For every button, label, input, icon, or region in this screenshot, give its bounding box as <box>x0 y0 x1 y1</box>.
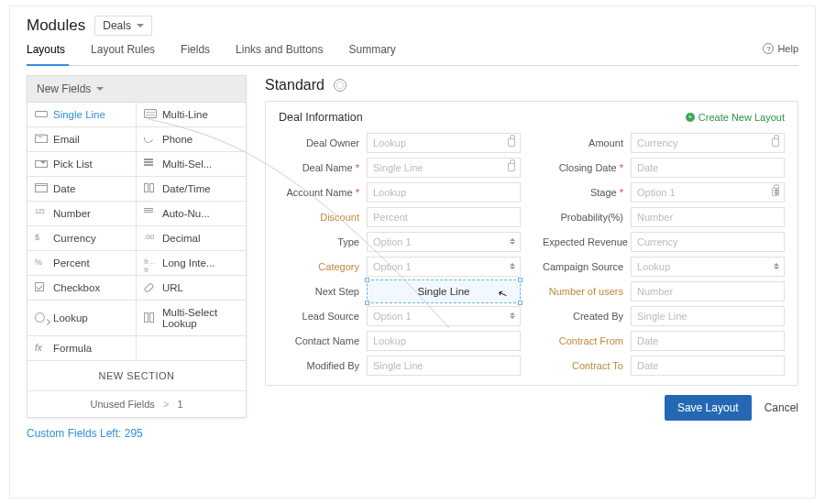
datetime-icon <box>144 183 157 194</box>
field-input[interactable]: Single Line <box>367 158 521 178</box>
palette-item-label: Decimal <box>162 233 201 244</box>
field-row: TypeOption 1 <box>279 231 521 253</box>
palette-decimal[interactable]: .00Decimal <box>137 226 246 251</box>
save-button[interactable]: Save Layout <box>665 395 752 421</box>
dropdown-icon <box>510 263 515 269</box>
create-layout-link[interactable]: + Create New Layout <box>686 112 785 123</box>
lock-icon <box>772 138 779 147</box>
picklist-icon <box>35 159 48 170</box>
create-layout-label: Create New Layout <box>698 112 785 123</box>
palette-item-label: URL <box>162 282 183 293</box>
field-label: Lead Source <box>279 311 367 322</box>
palette-item-label: Percent <box>53 257 90 268</box>
field-row: DiscountPercent <box>279 206 521 228</box>
palette-header[interactable]: New Fields <box>28 76 246 103</box>
field-label: Deal Owner <box>279 137 367 148</box>
palette-percent[interactable]: %Percent <box>28 251 137 276</box>
palette-email[interactable]: Email <box>28 127 137 152</box>
tab-layout-rules[interactable]: Layout Rules <box>91 43 155 60</box>
palette-multi-line[interactable]: Multi-Line <box>137 103 246 127</box>
field-input[interactable]: Option 1 <box>631 182 785 203</box>
palette-multi-sel-[interactable]: Multi-Sel... <box>137 152 246 177</box>
field-input[interactable]: Currency <box>631 133 785 153</box>
field-label: Stage <box>543 187 631 198</box>
cursor-icon: ↖ <box>496 287 509 302</box>
palette-pick-list[interactable]: Pick List <box>28 152 137 177</box>
percent-icon: % <box>35 257 48 268</box>
multi-line-icon <box>144 109 157 120</box>
field-row: Deal NameSingle Line <box>279 157 521 179</box>
palette-item-label: Pick List <box>53 159 93 170</box>
new-section-button[interactable]: NEW SECTION <box>28 361 246 391</box>
field-label: Deal Name <box>279 162 367 173</box>
field-input[interactable]: Lookup <box>367 133 521 153</box>
field-input[interactable]: Option 1 <box>367 306 521 326</box>
palette-empty <box>137 336 246 361</box>
gear-icon[interactable] <box>334 79 346 92</box>
module-selector[interactable]: Deals <box>94 16 152 36</box>
field-row: Contact NameLookup <box>279 330 521 352</box>
module-name: Deals <box>103 19 131 32</box>
drop-target[interactable]: Single Line↖ <box>367 279 521 303</box>
field-input[interactable]: Date <box>631 331 785 351</box>
field-input[interactable]: Currency <box>631 232 785 252</box>
palette-date[interactable]: Date <box>28 177 137 202</box>
palette-currency[interactable]: $Currency <box>28 226 137 251</box>
plus-icon: + <box>686 113 695 122</box>
palette-number[interactable]: 123Number <box>28 202 137 226</box>
field-input[interactable]: Single Line <box>367 356 521 376</box>
field-input[interactable]: Percent <box>367 207 521 227</box>
field-input[interactable]: Lookup <box>367 331 521 351</box>
field-row: Account NameLookup <box>279 181 521 203</box>
tabs: LayoutsLayout RulesFieldsLinks and Butto… <box>27 43 798 66</box>
field-row: Closing DateDate <box>543 157 785 179</box>
tab-layouts[interactable]: Layouts <box>27 43 65 60</box>
palette-date-time[interactable]: Date/Time <box>137 177 246 202</box>
palette-auto-nu-[interactable]: Auto-Nu... <box>137 202 246 226</box>
single-line-icon <box>35 109 48 120</box>
palette-multi-select-lookup[interactable]: Multi-Select Lookup <box>137 301 246 336</box>
unused-fields-button[interactable]: Unused Fields > 1 <box>28 391 246 417</box>
field-label: Expected Revenue <box>543 236 631 247</box>
formula-icon: fx <box>35 343 48 354</box>
field-input[interactable]: Date <box>631 356 785 376</box>
phone-icon <box>144 134 157 145</box>
field-row: AmountCurrency <box>543 132 785 154</box>
number-icon: 123 <box>35 208 48 219</box>
field-input[interactable]: Single Line <box>631 306 785 326</box>
unused-label: Unused Fields <box>90 399 154 410</box>
field-label: Type <box>279 236 367 247</box>
palette-url[interactable]: URL <box>137 276 246 301</box>
palette-formula[interactable]: fxFormula <box>28 336 137 361</box>
email-icon <box>35 134 48 145</box>
checkbox-icon <box>35 282 48 293</box>
field-label: Account Name <box>279 187 367 198</box>
field-input[interactable]: Number <box>631 281 785 301</box>
palette-item-label: Multi-Select Lookup <box>162 307 238 329</box>
field-input[interactable]: Number <box>631 207 785 227</box>
palette-item-label: Multi-Line <box>162 109 208 120</box>
palette-lookup[interactable]: Lookup <box>28 301 137 336</box>
field-input[interactable]: Option 1 <box>367 257 521 277</box>
field-input[interactable]: Date <box>631 158 785 178</box>
field-row: Probability(%)Number <box>543 206 785 228</box>
field-input[interactable]: Option 1 <box>367 232 521 252</box>
section-card: Deal Information + Create New Layout Dea… <box>265 101 798 386</box>
palette-phone[interactable]: Phone <box>137 127 246 152</box>
palette-item-label: Auto-Nu... <box>162 208 210 219</box>
palette-title: New Fields <box>37 82 91 95</box>
cancel-button[interactable]: Cancel <box>764 401 798 414</box>
help-label: Help <box>777 43 798 54</box>
help-link[interactable]: ? Help <box>763 43 798 54</box>
tab-links-and-buttons[interactable]: Links and Buttons <box>236 43 323 60</box>
palette-item-label: Multi-Sel... <box>162 159 212 170</box>
tab-summary[interactable]: Summary <box>349 43 396 60</box>
help-icon: ? <box>763 43 774 54</box>
field-input[interactable]: Lookup <box>367 182 521 203</box>
palette-single-line[interactable]: Single Line <box>28 103 137 127</box>
field-input[interactable]: Lookup <box>631 257 785 277</box>
palette-checkbox[interactable]: Checkbox <box>28 276 137 301</box>
chevron-down-icon <box>96 87 104 91</box>
tab-fields[interactable]: Fields <box>181 43 210 60</box>
palette-long-inte-[interactable]: 9…9Long Inte... <box>137 251 246 276</box>
